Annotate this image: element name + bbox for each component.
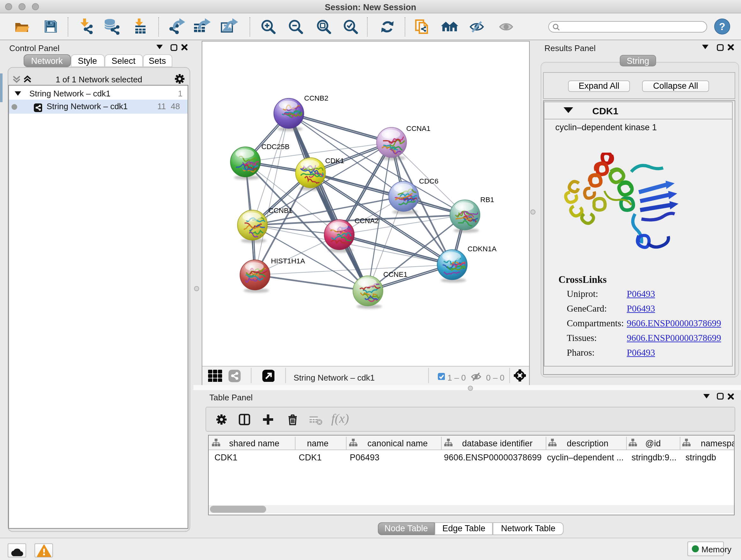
svg-text:CDK1: CDK1	[325, 157, 344, 165]
svg-text:CDC25B: CDC25B	[261, 142, 289, 150]
svg-text:?: ?	[719, 21, 725, 32]
svg-text:HIST1H1A: HIST1H1A	[271, 257, 305, 265]
svg-text:CCNA2: CCNA2	[354, 216, 379, 225]
svg-text:CDKN1A: CDKN1A	[467, 245, 496, 253]
svg-text:CCNA1: CCNA1	[406, 124, 430, 132]
svg-text:CCNB1: CCNB1	[268, 206, 292, 214]
svg-text:RB1: RB1	[480, 195, 494, 203]
svg-text:CCNB2: CCNB2	[304, 94, 328, 102]
svg-text:CCNE1: CCNE1	[383, 270, 407, 278]
svg-text:CDC6: CDC6	[419, 177, 438, 185]
